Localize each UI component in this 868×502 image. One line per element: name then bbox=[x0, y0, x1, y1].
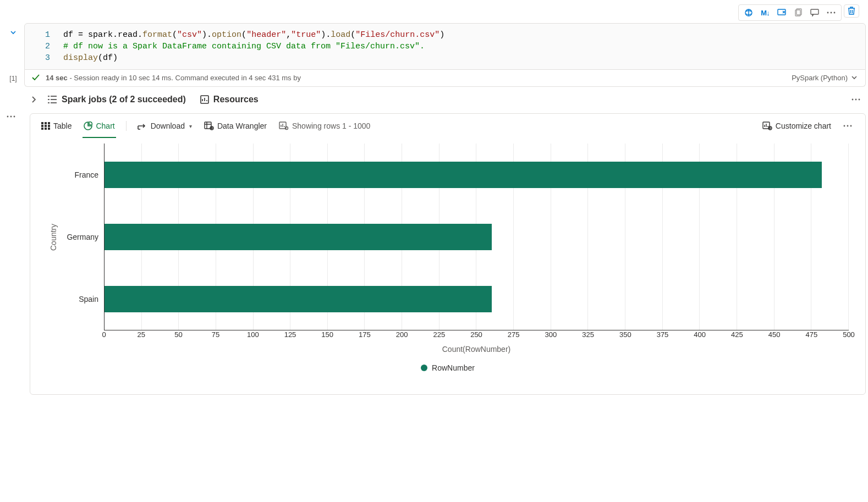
bar-france[interactable] bbox=[105, 162, 822, 188]
code-editor[interactable]: 1 df = spark.read.format("csv").option("… bbox=[24, 23, 866, 70]
svg-point-31 bbox=[847, 125, 849, 127]
spark-jobs-label: Spark jobs (2 of 2 succeeded) bbox=[62, 95, 186, 104]
delete-cell-icon[interactable] bbox=[844, 4, 859, 18]
resources-label: Resources bbox=[213, 95, 259, 104]
chevron-down-icon bbox=[851, 74, 858, 81]
chart-plot-area[interactable] bbox=[104, 144, 849, 330]
tab-table[interactable]: Table bbox=[40, 119, 73, 138]
chart-output: Country France Germany Spain 02550751001… bbox=[30, 138, 865, 378]
line-number: 2 bbox=[25, 41, 63, 52]
wrangler-icon bbox=[204, 122, 214, 130]
x-tick: 425 bbox=[731, 330, 743, 339]
svg-point-6 bbox=[831, 12, 832, 14]
download-button[interactable]: Download ▾ bbox=[136, 119, 193, 138]
language-selector[interactable]: PySpark (Python) bbox=[792, 74, 858, 82]
x-tick: 175 bbox=[359, 330, 371, 339]
more-actions-icon[interactable] bbox=[823, 6, 839, 19]
svg-point-32 bbox=[850, 125, 852, 127]
copy-cell-icon[interactable] bbox=[790, 6, 806, 19]
execution-count: [1] bbox=[2, 75, 24, 82]
x-tick: 200 bbox=[396, 330, 408, 339]
svg-rect-22 bbox=[45, 128, 47, 130]
execution-status: 14 sec - Session ready in 10 sec 14 ms. … bbox=[31, 73, 301, 82]
svg-rect-17 bbox=[48, 122, 50, 124]
y-category: Spain bbox=[60, 295, 98, 304]
download-label: Download bbox=[151, 122, 185, 130]
output-summary-row: Spark jobs (2 of 2 succeeded) Resources bbox=[2, 87, 866, 113]
bar-chart-icon bbox=[200, 95, 209, 104]
cell-toolbar: M↓ bbox=[2, 0, 866, 23]
data-wrangler-button[interactable]: Data Wrangler bbox=[203, 119, 268, 138]
legend-series-label: RowNumber bbox=[432, 363, 475, 372]
x-tick: 125 bbox=[284, 330, 296, 339]
y-category: France bbox=[60, 170, 98, 179]
svg-point-11 bbox=[859, 99, 860, 101]
wrangler-label: Data Wrangler bbox=[217, 122, 267, 130]
y-axis-categories: France Germany Spain bbox=[60, 144, 104, 330]
x-tick: 500 bbox=[843, 330, 855, 339]
collapse-toggle[interactable] bbox=[2, 23, 24, 36]
cell-side-more-icon[interactable] bbox=[7, 115, 15, 118]
bar-spain[interactable] bbox=[105, 286, 492, 312]
exec-message: - Session ready in 10 sec 14 ms. Command… bbox=[68, 74, 301, 82]
svg-rect-4 bbox=[811, 9, 818, 14]
tab-chart[interactable]: Chart bbox=[83, 119, 116, 138]
x-tick: 350 bbox=[619, 330, 631, 339]
customize-chart-icon bbox=[762, 122, 772, 130]
x-axis-ticks: 0255075100125150175200225250275300325350… bbox=[104, 330, 849, 341]
y-category: Germany bbox=[60, 233, 98, 241]
result-panel: Table Chart Download ▾ Data Wrangler bbox=[30, 113, 866, 395]
chart-legend: RowNumber bbox=[47, 354, 849, 372]
result-tabs: Table Chart Download ▾ Data Wrangler bbox=[30, 114, 865, 138]
resources-button[interactable]: Resources bbox=[200, 95, 259, 104]
svg-rect-20 bbox=[48, 125, 50, 127]
cell-toolbar-group: M↓ bbox=[738, 4, 842, 21]
bar-germany[interactable] bbox=[105, 224, 492, 250]
language-label: PySpark (Python) bbox=[792, 74, 848, 82]
x-tick: 225 bbox=[433, 330, 445, 339]
expand-output-icon[interactable] bbox=[30, 96, 37, 103]
output-more-actions-icon[interactable] bbox=[851, 98, 860, 101]
code-line-2: # df now is a Spark DataFrame containing… bbox=[63, 41, 425, 52]
success-check-icon bbox=[31, 73, 40, 82]
line-number: 1 bbox=[25, 29, 63, 41]
svg-point-9 bbox=[852, 99, 854, 101]
svg-rect-21 bbox=[41, 128, 43, 130]
x-tick: 250 bbox=[470, 330, 482, 339]
x-tick: 50 bbox=[174, 330, 182, 339]
svg-rect-23 bbox=[48, 128, 50, 130]
x-tick: 325 bbox=[582, 330, 594, 339]
y-axis-title: Country bbox=[47, 144, 60, 330]
svg-point-10 bbox=[855, 99, 857, 101]
svg-rect-16 bbox=[45, 122, 47, 124]
spark-jobs-button[interactable]: Spark jobs (2 of 2 succeeded) bbox=[47, 95, 186, 104]
legend-color-dot bbox=[421, 365, 427, 371]
result-more-actions-icon[interactable] bbox=[840, 119, 855, 133]
rows-stats-icon bbox=[279, 122, 289, 130]
svg-rect-19 bbox=[45, 125, 47, 127]
exec-duration: 14 sec bbox=[46, 74, 68, 82]
x-tick: 75 bbox=[212, 330, 219, 339]
x-tick: 100 bbox=[247, 330, 259, 339]
svg-point-12 bbox=[7, 116, 9, 118]
rows-info-label: Showing rows 1 - 1000 bbox=[292, 122, 370, 130]
x-tick: 0 bbox=[102, 330, 106, 339]
separator bbox=[126, 121, 127, 131]
convert-notebook-icon[interactable] bbox=[741, 6, 756, 19]
x-tick: 275 bbox=[508, 330, 520, 339]
x-axis-title: Count(RowNumber) bbox=[104, 341, 849, 354]
x-tick: 375 bbox=[657, 330, 669, 339]
chevron-down-icon: ▾ bbox=[189, 123, 192, 129]
svg-rect-18 bbox=[41, 125, 43, 127]
x-tick: 150 bbox=[321, 330, 333, 339]
code-cell: 1 df = spark.read.format("csv").option("… bbox=[2, 23, 866, 87]
svg-point-5 bbox=[827, 12, 829, 14]
markdown-button[interactable]: M↓ bbox=[757, 6, 773, 19]
comment-icon[interactable] bbox=[807, 6, 822, 19]
pie-chart-icon bbox=[84, 122, 92, 130]
svg-point-14 bbox=[14, 116, 15, 118]
svg-rect-15 bbox=[41, 122, 43, 124]
clear-output-icon[interactable] bbox=[774, 6, 789, 19]
customize-chart-button[interactable]: Customize chart bbox=[762, 122, 831, 130]
tab-chart-label: Chart bbox=[96, 122, 114, 130]
